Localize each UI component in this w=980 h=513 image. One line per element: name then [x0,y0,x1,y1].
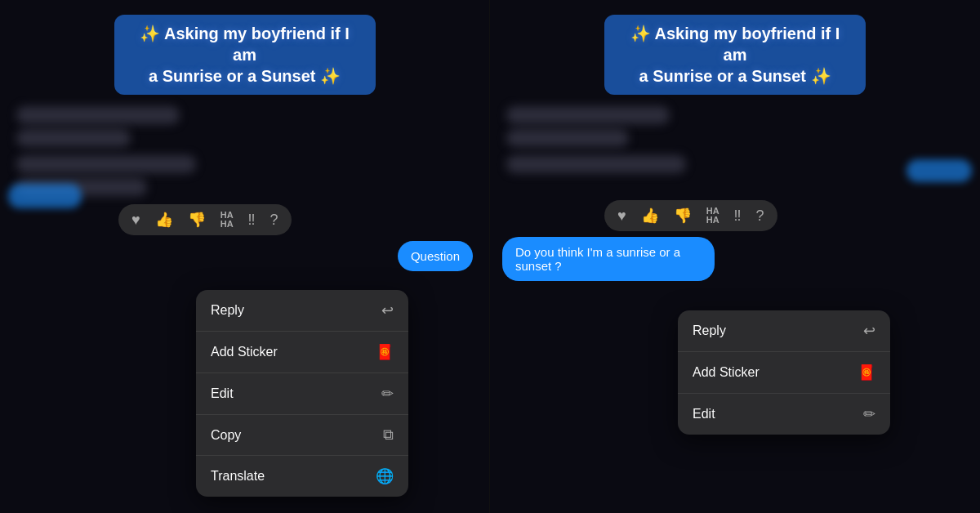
r-menu-add-sticker[interactable]: Add Sticker 🧧 [678,352,890,394]
haha-icon[interactable]: HAHA [220,211,234,229]
translate-icon: 🌐 [376,467,394,485]
right-reaction-bar: ♥ 👍 👎 HAHA ‼ ? [604,200,777,231]
thumbsdown-icon[interactable]: 👎 [188,211,206,229]
r-menu-edit[interactable]: Edit ✏ [678,394,890,435]
r-heart-icon[interactable]: ♥ [617,207,626,225]
r-question-icon[interactable]: ? [756,207,764,225]
menu-add-sticker[interactable]: Add Sticker 🧧 [196,332,408,373]
edit-icon: ✏ [381,385,394,403]
right-context-menu: Reply ↩ Add Sticker 🧧 Edit ✏ [678,310,890,435]
left-title-box: ✨ Asking my boyfriend if I am a Sunrise … [114,15,376,95]
r-sticker-icon: 🧧 [858,364,875,381]
right-title-text: ✨ Asking my boyfriend if I am a Sunrise … [619,23,851,87]
r-thumbsup-icon[interactable]: 👍 [641,207,659,225]
blur-row-2 [16,129,131,147]
r-edit-icon: ✏ [863,405,875,423]
heart-icon[interactable]: ♥ [131,212,140,229]
r-blue-blur-right [906,159,972,182]
r-haha-icon[interactable]: HAHA [706,207,719,225]
left-reaction-bar: ♥ 👍 👎 HAHA ‼ ? [118,204,292,235]
menu-reply[interactable]: Reply ↩ [196,290,408,332]
right-title-box: ✨ Asking my boyfriend if I am a Sunrise … [604,15,866,95]
r-exclaim-icon[interactable]: ‼ [734,207,742,225]
question-icon[interactable]: ? [270,212,278,229]
blue-blur-left [8,184,82,208]
menu-translate[interactable]: Translate 🌐 [196,456,408,497]
thumbsup-icon[interactable]: 👍 [155,211,173,229]
copy-icon: ⧉ [383,426,394,444]
blur-row-3 [16,155,196,173]
menu-copy[interactable]: Copy ⧉ [196,415,408,456]
right-panel: ✨ Asking my boyfriend if I am a Sunrise … [490,0,980,513]
r-blur-row-2 [506,129,629,147]
r-blur-row-3 [506,155,686,173]
left-context-menu: Reply ↩ Add Sticker 🧧 Edit ✏ Copy ⧉ Tran… [196,290,408,497]
menu-edit[interactable]: Edit ✏ [196,373,408,415]
left-panel: ✨ Asking my boyfriend if I am a Sunrise … [0,0,490,513]
r-menu-reply[interactable]: Reply ↩ [678,310,890,352]
exclaim-icon[interactable]: ‼ [248,212,256,229]
right-message-bubble: Do you think I'm a sunrise or a sunset ? [502,237,715,281]
left-title-text: ✨ Asking my boyfriend if I am a Sunrise … [129,23,361,87]
r-blur-row-1 [506,106,670,124]
sticker-icon: 🧧 [376,343,394,361]
r-thumbsdown-icon[interactable]: 👎 [674,207,692,225]
r-reply-icon: ↩ [863,322,875,340]
blur-row-1 [16,106,180,124]
left-message-bubble: Question [398,241,473,271]
reply-icon: ↩ [381,301,394,319]
